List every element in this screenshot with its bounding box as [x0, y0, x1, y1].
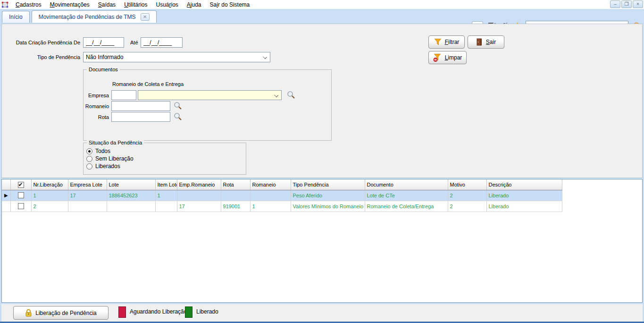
cell-r1-c10: Liberado	[486, 201, 562, 212]
rota-label: Rota	[84, 114, 109, 120]
column-header-8[interactable]: Documento	[365, 179, 448, 190]
empresa-input[interactable]	[111, 90, 136, 100]
column-header-10[interactable]: Descrição	[486, 179, 562, 190]
cell-r1-c7: Valores Mínimos do Romaneio	[291, 201, 365, 212]
cell-r1-c1	[68, 201, 107, 212]
sair-button[interactable]: Sair	[468, 35, 504, 49]
date-to-input[interactable]	[141, 37, 183, 48]
cell-r0-c5	[221, 190, 250, 201]
filter-panel: Data Criação Pendência De Até Tipo de Pe…	[1, 24, 643, 178]
tipo-pendencia-value: Não Informado	[86, 54, 123, 60]
column-header-1[interactable]: Empresa Lote	[68, 179, 107, 190]
close-button[interactable]: ×	[633, 0, 643, 8]
row-checkbox[interactable]	[10, 190, 31, 201]
row-indicator: ▶	[2, 190, 10, 201]
radio-label: Sem Liberação	[95, 155, 134, 162]
row-checkbox[interactable]	[10, 201, 31, 212]
empresa-label: Empresa	[84, 93, 109, 98]
cell-r0-c7: Peso Aferido	[291, 190, 365, 201]
select-all-checkbox[interactable]	[10, 179, 31, 190]
chevron-down-icon	[263, 54, 268, 59]
window-controls: – ❐ ×	[610, 0, 643, 8]
cell-r0-c2: 1886452623	[107, 190, 155, 201]
empresa-combo[interactable]	[138, 90, 282, 100]
cell-r1-c8: Romaneio de Coleta/Entrega	[365, 201, 448, 212]
cell-r0-c0: 1	[31, 190, 68, 201]
limpar-button[interactable]: Limpar	[428, 51, 467, 64]
tab-inicio[interactable]: Início	[2, 11, 30, 23]
legend-swatch-1	[185, 306, 192, 318]
liberacao-pendencia-button[interactable]: Liberação de Pendência	[13, 306, 109, 320]
cell-r0-c4	[177, 190, 221, 201]
romaneio-search-icon[interactable]	[173, 101, 183, 110]
tab-movimentacao-label: Movimentação de Pendências de TMS	[39, 14, 136, 20]
legend-label-0: Aguardando Liberação	[130, 308, 187, 315]
menu-item-6[interactable]: Sair do Sistema	[206, 1, 254, 8]
date-criacao-label: Data Criação Pendência De	[7, 40, 80, 45]
cell-r0-c10: Liberado	[486, 190, 562, 201]
close-tab-icon[interactable]: ✕	[141, 13, 150, 21]
romaneio-input[interactable]	[111, 101, 170, 111]
footer-bar: Liberação de Pendência Aguardando Libera…	[1, 304, 643, 322]
radio-sem-liberação[interactable]: Sem Liberação	[86, 155, 134, 162]
column-header-9[interactable]: Motivo	[448, 179, 486, 190]
legend-label-1: Liberado	[196, 308, 218, 315]
tab-bar: Início Movimentação de Pendências de TMS…	[0, 9, 644, 23]
situacao-groupbox: Situação da Pendência TodosSem Liberação…	[83, 143, 246, 175]
menu-item-5[interactable]: Ajuda	[183, 1, 206, 8]
cell-r1-c9: 2	[448, 201, 486, 212]
tipo-pendencia-select[interactable]: Não Informado	[83, 52, 270, 62]
column-header-4[interactable]: Emp.Romaneio	[177, 179, 221, 190]
situacao-title: Situação da Pendência	[87, 140, 144, 145]
column-header-5[interactable]: Rota	[221, 179, 250, 190]
row-indicator	[2, 201, 10, 212]
radio-icon	[86, 163, 92, 170]
pendencias-grid: Nr.LiberaçãoEmpresa LoteLoteItem LoteEmp…	[1, 179, 643, 303]
tab-inicio-label: Início	[9, 14, 23, 20]
column-header-3[interactable]: Item Lote	[155, 179, 177, 190]
app-icon	[1, 1, 8, 8]
menu-item-0[interactable]: Cadastros	[11, 1, 46, 8]
column-header-7[interactable]: Tipo Pendência	[291, 179, 365, 190]
menu-item-3[interactable]: Utilitários	[120, 1, 151, 8]
cell-r0-c1: 17	[68, 190, 107, 201]
chevron-down-icon	[274, 93, 279, 97]
column-header-0[interactable]: Nr.Liberação	[31, 179, 68, 190]
radio-liberados[interactable]: Liberados	[86, 163, 120, 170]
door-icon	[476, 38, 483, 46]
column-header-6[interactable]: Romaneio	[250, 179, 291, 190]
filter-icon	[434, 38, 442, 46]
table-row[interactable]: 2179190011Valores Mínimos do RomaneioRom…	[2, 201, 562, 212]
rota-search-icon[interactable]	[173, 112, 183, 121]
tipo-pendencia-label: Tipo de Pendência	[7, 54, 80, 60]
cell-r1-c0: 2	[31, 201, 68, 212]
date-from-input[interactable]	[83, 37, 124, 48]
cell-r0-c3: 1	[155, 190, 177, 201]
radio-icon	[86, 148, 92, 154]
menu-item-1[interactable]: Movimentações	[46, 1, 94, 8]
menu-item-2[interactable]: Saídas	[94, 1, 120, 8]
radio-label: Liberados	[95, 163, 120, 170]
filter-clear-icon	[433, 53, 442, 62]
table-row[interactable]: ▶11718864526231Peso AferidoLote de CTe2L…	[2, 190, 562, 201]
documentos-groupbox: Documentos Romaneio de Coleta e Entrega …	[83, 69, 332, 141]
tab-movimentacao-pendencias[interactable]: Movimentação de Pendências de TMS ✕	[32, 10, 157, 23]
lock-icon	[25, 309, 32, 317]
row-indicator-header	[2, 179, 10, 190]
column-header-2[interactable]: Lote	[107, 179, 155, 190]
minimize-button[interactable]: –	[610, 0, 620, 8]
ate-label: Até	[130, 40, 138, 45]
restore-button[interactable]: ❐	[621, 0, 632, 8]
cell-r1-c5: 919001	[221, 201, 250, 212]
filtrar-button[interactable]: Filtrar	[428, 35, 465, 49]
documentos-title: Documentos	[87, 67, 120, 72]
empresa-search-icon[interactable]	[286, 90, 296, 100]
rota-input[interactable]	[111, 112, 170, 122]
radio-todos[interactable]: Todos	[86, 148, 110, 154]
cell-r1-c4: 17	[177, 201, 221, 212]
legend-swatch-0	[118, 306, 126, 318]
cell-r1-c3	[155, 201, 177, 212]
grid-table[interactable]: Nr.LiberaçãoEmpresa LoteLoteItem LoteEmp…	[2, 179, 562, 212]
liberacao-pendencia-label: Liberação de Pendência	[35, 310, 96, 316]
menu-item-4[interactable]: Usuários	[151, 1, 182, 8]
